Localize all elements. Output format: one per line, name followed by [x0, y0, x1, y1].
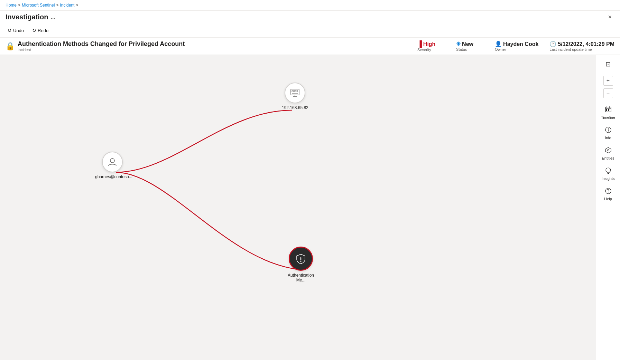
time-icon: 🕐 [549, 41, 556, 47]
svg-rect-8 [297, 92, 298, 92]
help-icon [605, 188, 612, 196]
time-label: Last incident update time [549, 47, 592, 51]
svg-marker-23 [605, 147, 611, 153]
breadcrumb-sentinel[interactable]: Microsoft Sentinel [22, 3, 55, 8]
breadcrumb-sep1: > [18, 3, 20, 8]
status-value: ✳ New [456, 41, 473, 47]
svg-rect-18 [606, 110, 607, 111]
alert-node[interactable]: Authentication Me... [284, 247, 318, 282]
owner-meta: 👤 Hayden Cook Owner [495, 41, 538, 51]
breadcrumb-sep3: > [76, 3, 78, 8]
timeline-icon [605, 106, 612, 115]
svg-rect-17 [610, 109, 610, 110]
close-button[interactable]: × [605, 12, 614, 22]
undo-label: Undo [13, 28, 24, 33]
page-title: Investigation [6, 13, 48, 21]
toolbar: ↺ Undo ↻ Redo [0, 25, 620, 37]
undo-button[interactable]: ↺ Undo [6, 26, 26, 35]
status-label: Status [456, 47, 467, 51]
owner-text: Hayden Cook [503, 41, 538, 47]
alert-node-label: Authentication Me... [284, 273, 318, 282]
page-title-container: Investigation ... [6, 13, 55, 21]
incident-name: Authentication Methods Changed for Privi… [18, 40, 185, 48]
svg-rect-15 [606, 109, 607, 110]
status-meta: ✳ New Status [456, 41, 484, 51]
fit-icon: ⊡ [605, 60, 611, 68]
svg-rect-19 [608, 110, 609, 111]
owner-icon: 👤 [495, 41, 502, 47]
insights-icon [605, 167, 612, 176]
incident-title-section: 🔒 Authentication Methods Changed for Pri… [6, 40, 406, 52]
shield-alert-icon [295, 253, 306, 264]
zoom-out-button[interactable]: − [603, 88, 613, 98]
graph-canvas[interactable]: gbarnes@contoso... 192.168.65.82 [0, 55, 596, 360]
svg-point-28 [608, 192, 609, 193]
breadcrumb-sep2: > [56, 3, 58, 8]
redo-button[interactable]: ↻ Redo [30, 26, 50, 35]
svg-point-0 [110, 159, 114, 163]
undo-icon: ↺ [8, 28, 12, 33]
incident-icon: 🔒 [6, 42, 15, 51]
page-header: Investigation ... × [0, 11, 620, 25]
help-label: Help [604, 197, 612, 201]
sidebar-divider-2 [596, 101, 620, 101]
breadcrumb-incident[interactable]: Incident [60, 3, 74, 8]
zoom-in-button[interactable]: + [603, 76, 613, 86]
svg-rect-6 [294, 90, 296, 92]
user-node-circle[interactable] [102, 152, 123, 172]
redo-label: Redo [38, 28, 48, 33]
timeline-label: Timeline [601, 115, 615, 119]
title-ellipsis[interactable]: ... [51, 15, 55, 20]
time-text: 5/12/2022, 4:01:29 PM [558, 41, 614, 47]
timeline-tool[interactable]: Timeline [598, 103, 618, 122]
help-tool[interactable]: Help [598, 185, 618, 204]
svg-rect-5 [292, 90, 294, 92]
severity-label: Severity [417, 48, 431, 52]
breadcrumb: Home > Microsoft Sentinel > Incident > [0, 0, 620, 11]
incident-type-label: Incident [18, 48, 185, 52]
svg-rect-7 [297, 90, 298, 91]
incident-bar: 🔒 Authentication Methods Changed for Pri… [0, 37, 620, 55]
info-icon [605, 126, 612, 135]
severity-text: High [423, 41, 436, 47]
ip-node[interactable]: 192.168.65.82 [282, 83, 308, 110]
main-area: gbarnes@contoso... 192.168.65.82 [0, 55, 620, 360]
entities-label: Entities [602, 156, 614, 160]
user-node-label: gbarnes@contoso... [95, 174, 130, 179]
user-node[interactable]: gbarnes@contoso... [95, 152, 130, 179]
alert-node-circle[interactable] [289, 247, 313, 271]
owner-value: 👤 Hayden Cook [495, 41, 538, 47]
svg-rect-16 [608, 109, 609, 110]
breadcrumb-home[interactable]: Home [6, 3, 17, 8]
time-value: 🕐 5/12/2022, 4:01:29 PM [549, 41, 614, 47]
user-icon [107, 157, 118, 167]
fit-tool[interactable]: ⊡ [598, 58, 618, 71]
svg-point-24 [607, 150, 609, 151]
insights-label: Insights [602, 176, 615, 181]
ip-node-circle[interactable] [285, 83, 305, 103]
entities-tool[interactable]: Entities [598, 144, 618, 163]
status-text: New [462, 41, 473, 47]
time-meta: 🕐 5/12/2022, 4:01:29 PM Last incident up… [549, 41, 614, 51]
incident-title-text: Authentication Methods Changed for Privi… [18, 40, 185, 52]
insights-tool[interactable]: Insights [598, 164, 618, 183]
severity-bar-icon: ▐ [417, 40, 422, 48]
right-sidebar: ⊡ + − Timeline [596, 55, 620, 360]
svg-point-10 [300, 261, 302, 262]
owner-label: Owner [495, 47, 506, 51]
entities-icon [605, 147, 612, 155]
ip-node-label: 192.168.65.82 [282, 105, 308, 110]
monitor-icon [290, 88, 300, 98]
status-icon: ✳ [456, 41, 461, 47]
info-tool[interactable]: Info [598, 124, 618, 143]
sidebar-divider-1 [596, 73, 620, 73]
severity-value: ▐ High [417, 40, 435, 48]
redo-icon: ↻ [32, 28, 36, 33]
info-label: Info [605, 136, 611, 140]
severity-meta: ▐ High Severity [417, 40, 445, 52]
svg-point-22 [608, 128, 609, 129]
